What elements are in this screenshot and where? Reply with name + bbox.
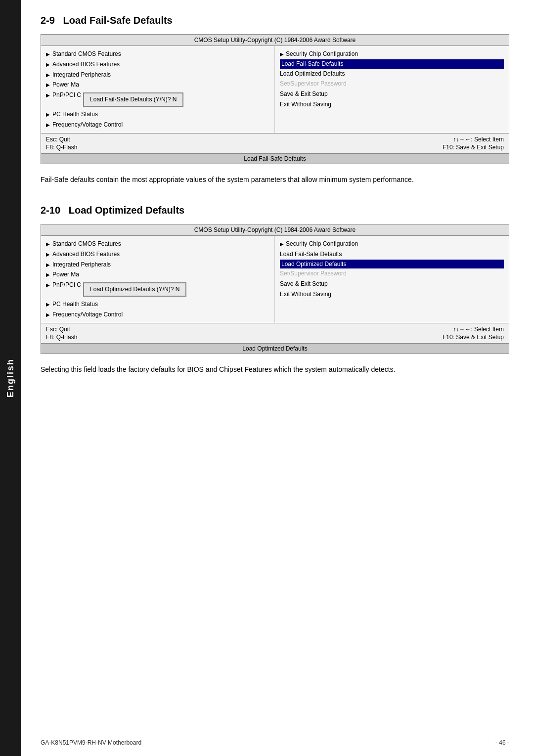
arrow-icon: ▶: [46, 82, 50, 89]
arrow-icon: ▶: [46, 271, 50, 278]
bios-right-item-1-1: ▶Security Chip Configuration: [280, 49, 504, 59]
bios-footer-save-2: F10: Save & Exit Setup: [443, 334, 504, 341]
arrow-icon: ▶: [46, 61, 50, 68]
bios-item-1-1: ▶ Standard CMOS Features: [46, 49, 269, 59]
arrow-icon: ▶: [280, 51, 284, 57]
arrow-icon: ▶: [46, 51, 50, 58]
bios-footer-2: Esc: Quit ↑↓→←: Select Item F8: Q-Flash …: [41, 323, 509, 343]
arrow-icon: ▶: [46, 282, 50, 289]
bios-body-1: ▶ Standard CMOS Features ▶ Advanced BIOS…: [41, 46, 509, 133]
arrow-icon: ▶: [46, 72, 50, 79]
section-1-number: 2-9: [41, 15, 55, 26]
bios-item-1-6: ▶ PC Health Status: [46, 109, 269, 120]
bios-right-item-2-3: Load Optimized Defaults: [280, 260, 504, 269]
arrow-icon: ▶: [46, 122, 50, 129]
footer-page-number: - 46 -: [495, 739, 509, 746]
bios-right-item-1-2: Load Fail-Safe Defaults: [280, 59, 504, 69]
sidebar: English: [0, 0, 21, 756]
bios-right-item-2-5: Save & Exit Setup: [280, 279, 504, 289]
section-2-description: Selecting this field loads the factory d…: [41, 364, 509, 375]
section-1: 2-9 Load Fail-Safe Defaults CMOS Setup U…: [41, 15, 509, 185]
bios-body-2: ▶ Standard CMOS Features ▶ Advanced BIOS…: [41, 236, 509, 323]
bios-left-col-2: ▶ Standard CMOS Features ▶ Advanced BIOS…: [41, 236, 275, 323]
section-2-number: 2-10: [41, 205, 60, 216]
bios-right-item-2-6: Exit Without Saving: [280, 289, 504, 300]
bios-footer-select-2: ↑↓→←: Select Item: [453, 326, 504, 333]
bios-item-2-4: ▶ Power Ma: [46, 269, 269, 280]
bios-status-1: Load Fail-Safe Defaults: [41, 153, 509, 164]
bios-right-col-1: ▶Security Chip Configuration Load Fail-S…: [275, 46, 509, 133]
bios-item-2-5: ▶ PnP/PCI C Load Optimized Defaults (Y/N…: [46, 280, 269, 299]
bios-screenshot-1: CMOS Setup Utility-Copyright (C) 1984-20…: [41, 34, 509, 164]
bios-right-item-2-4: Set/Supervisor Password: [280, 268, 504, 279]
bios-item-2-1: ▶ Standard CMOS Features: [46, 239, 269, 249]
section-2-title: Load Optimized Defaults: [69, 205, 184, 216]
bios-right-item-1-6: Exit Without Saving: [280, 99, 504, 110]
bios-footer-quit-1: Esc: Quit: [46, 136, 70, 143]
bios-footer-row-2-1: Esc: Quit ↑↓→←: Select Item: [46, 325, 504, 333]
bios-footer-row-1-2: F8: Q-Flash F10: Save & Exit Setup: [46, 143, 504, 151]
bios-item-2-6: ▶ PC Health Status: [46, 299, 269, 310]
bios-dialog-1: Load Fail-Safe Defaults (Y/N)? N: [83, 92, 183, 107]
section-1-heading: 2-9 Load Fail-Safe Defaults: [41, 15, 509, 26]
arrow-icon: ▶: [46, 262, 50, 268]
bios-footer-row-2-2: F8: Q-Flash F10: Save & Exit Setup: [46, 333, 504, 341]
bios-item-2-2: ▶ Advanced BIOS Features: [46, 249, 269, 260]
bios-footer-row-1-1: Esc: Quit ↑↓→←: Select Item: [46, 135, 504, 143]
arrow-icon: ▶: [46, 251, 50, 258]
section-1-title: Load Fail-Safe Defaults: [63, 15, 173, 26]
bios-footer-select-1: ↑↓→←: Select Item: [453, 136, 504, 143]
bios-screenshot-2: CMOS Setup Utility-Copyright (C) 1984-20…: [41, 224, 509, 354]
sidebar-label: English: [5, 358, 16, 398]
bios-item-1-5: ▶ PnP/PCI C Load Fail-Safe Defaults (Y/N…: [46, 90, 269, 109]
bios-footer-quit-2: Esc: Quit: [46, 326, 70, 333]
bios-item-1-3: ▶ Integrated Peripherals: [46, 70, 269, 80]
bios-item-1-2: ▶ Advanced BIOS Features: [46, 59, 269, 70]
section-1-description: Fail-Safe defaults contain the most appr…: [41, 174, 509, 185]
bios-item-2-3: ▶ Integrated Peripherals: [46, 260, 269, 270]
bios-right-item-2-1: ▶Security Chip Configuration: [280, 239, 504, 249]
section-2: 2-10 Load Optimized Defaults CMOS Setup …: [41, 205, 509, 375]
section-2-heading: 2-10 Load Optimized Defaults: [41, 205, 509, 216]
bios-status-2: Load Optimized Defaults: [41, 343, 509, 354]
bios-right-col-2: ▶Security Chip Configuration Load Fail-S…: [275, 236, 509, 323]
bios-header-1: CMOS Setup Utility-Copyright (C) 1984-20…: [41, 35, 509, 46]
arrow-icon: ▶: [46, 92, 50, 99]
page-footer: GA-K8N51PVM9-RH-NV Motherboard - 46 -: [21, 735, 534, 746]
bios-dialog-2: Load Optimized Defaults (Y/N)? N: [83, 282, 186, 297]
bios-left-col-1: ▶ Standard CMOS Features ▶ Advanced BIOS…: [41, 46, 275, 133]
bios-footer-1: Esc: Quit ↑↓→←: Select Item F8: Q-Flash …: [41, 133, 509, 153]
footer-motherboard: GA-K8N51PVM9-RH-NV Motherboard: [41, 739, 141, 746]
arrow-icon: ▶: [280, 241, 284, 247]
bios-item-2-7: ▶ Frequency/Voltage Control: [46, 310, 269, 320]
bios-right-item-1-4: Set/Supervisor Password: [280, 79, 504, 89]
bios-right-item-1-3: Load Optimized Defaults: [280, 69, 504, 79]
bios-item-1-4: ▶ Power Ma: [46, 80, 269, 90]
arrow-icon: ▶: [46, 311, 50, 318]
main-content: 2-9 Load Fail-Safe Defaults CMOS Setup U…: [21, 0, 534, 409]
bios-footer-qflash-1: F8: Q-Flash: [46, 144, 77, 151]
bios-item-1-7: ▶ Frequency/Voltage Control: [46, 120, 269, 130]
bios-footer-save-1: F10: Save & Exit Setup: [443, 144, 504, 151]
bios-right-item-2-2: Load Fail-Safe Defaults: [280, 249, 504, 260]
bios-header-2: CMOS Setup Utility-Copyright (C) 1984-20…: [41, 224, 509, 236]
arrow-icon: ▶: [46, 301, 50, 308]
bios-footer-qflash-2: F8: Q-Flash: [46, 334, 77, 341]
arrow-icon: ▶: [46, 241, 50, 248]
bios-right-item-1-5: Save & Exit Setup: [280, 89, 504, 99]
arrow-icon: ▶: [46, 111, 50, 118]
